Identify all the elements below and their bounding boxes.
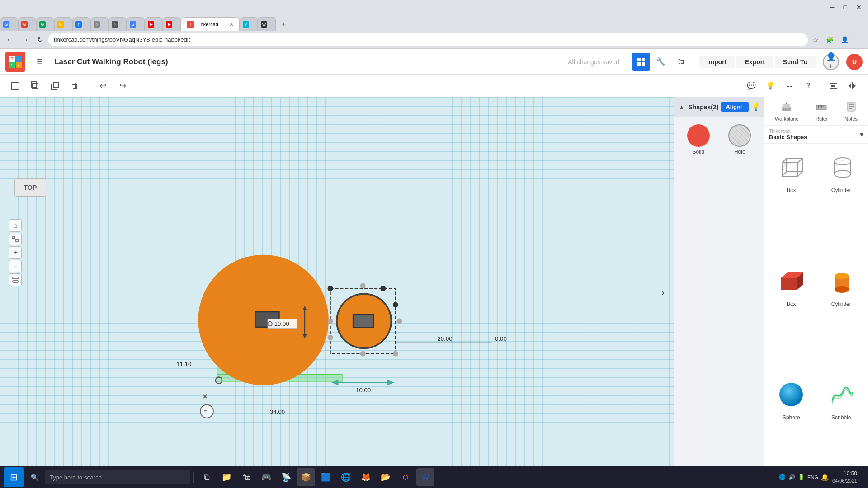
align-button[interactable]: Align L [721,102,749,112]
tab-extra2[interactable]: W [258,17,276,31]
grid-view-button[interactable] [632,53,650,71]
lightbulb-button[interactable]: 💡 [751,101,760,113]
svg-rect-21 [783,104,790,108]
taskbar-time[interactable]: 10:50 04/06/2021 [832,470,857,484]
import-button[interactable]: Import [699,56,735,68]
settings-button[interactable]: ⋮ [854,35,864,45]
back-button[interactable]: ← [4,34,16,46]
library-dropdown-button[interactable]: ▾ [860,130,863,139]
show-desktop-button[interactable] [861,468,864,486]
home-button[interactable]: ⌂ [9,219,22,232]
right-toolbar-icons: 💬 💡 🗨 ? [743,77,861,94]
taskbar-wifi[interactable]: 📡 [277,468,295,486]
workplane-item[interactable]: Workplane [775,101,798,122]
menu-button[interactable]: ☰ [31,53,49,71]
taskbar-steam[interactable]: 🎮 [257,468,275,486]
shape-item-box-solid[interactable]: Box [770,263,813,370]
sys-network-icon[interactable]: 🌐 [779,474,786,480]
maximize-btn[interactable]: □ [841,3,850,12]
solid-option[interactable]: Solid [687,124,710,155]
minimize-btn[interactable]: ─ [827,3,837,12]
tab-extra1[interactable]: M [240,17,258,31]
taskbar-chrome[interactable]: 🌐 [337,468,355,486]
taskbar-task-view[interactable]: ⧉ [198,468,216,486]
copy-button[interactable] [27,78,43,94]
refresh-button[interactable]: ↻ [34,33,46,46]
svg-rect-18 [13,277,18,279]
tab-tinkercad[interactable]: T Tinkercad ✕ [181,17,240,31]
active-tab-close[interactable]: ✕ [229,21,234,28]
undo-button[interactable]: ↩ [94,78,111,94]
tab-2[interactable]: G [18,17,36,31]
svg-rect-11 [830,88,837,89]
shape-item-box-wireframe[interactable]: Box [770,149,813,256]
tab-3[interactable]: G [36,17,54,31]
shape-item-cylinder-wireframe[interactable]: Cylinder [820,149,863,256]
message-tool-button[interactable]: 🗨 [781,77,798,94]
taskbar-word[interactable]: W [416,468,434,486]
canvas-area[interactable]: TOP ⌂ + − [0,97,674,488]
taskbar-app1[interactable]: 📦 [297,468,315,486]
expand-arrow[interactable]: › [661,287,665,299]
tab-1[interactable]: G [0,17,18,31]
align-tool-button[interactable] [825,77,842,94]
tab-7[interactable]: G [127,17,145,31]
light-tool-button[interactable]: 💡 [762,77,779,94]
duplicate-button[interactable] [47,78,63,94]
svg-point-52 [835,286,849,293]
send-to-button[interactable]: Send To [775,56,816,68]
taskbar-file-explorer[interactable]: 📁 [217,468,236,486]
delete-button[interactable]: 🗑 [67,78,83,94]
notes-item[interactable]: Notes [844,101,858,122]
tab-youtube1[interactable]: ▶ [145,17,163,31]
sys-volume-icon[interactable]: 🔊 [788,474,795,480]
taskbar-zoom[interactable]: 🟦 [317,468,335,486]
shape-item-cylinder-solid[interactable]: Cylinder [820,263,863,370]
taskbar-firefox[interactable]: 🦊 [357,468,375,486]
taskbar-store[interactable]: 🛍 [237,468,255,486]
collapse-button[interactable]: ▲ [678,102,685,113]
user-avatar[interactable]: U [846,54,863,70]
address-input[interactable] [48,33,808,46]
taskbar-sep-1 [193,472,194,483]
layers-button[interactable]: 🗂 [672,53,690,71]
export-button[interactable]: Export [736,56,773,68]
start-button[interactable]: ⊞ [4,467,24,487]
new-shape-button[interactable] [7,78,24,94]
extensions-button[interactable]: 🧩 [824,35,836,45]
taskbar-search-button[interactable]: 🔍 [25,468,43,486]
top-view-label: TOP [14,178,46,197]
close-btn[interactable]: ✕ [854,3,864,12]
forward-button[interactable]: → [19,34,32,46]
zoom-out-button[interactable]: − [9,260,22,272]
header-action-buttons: Import Export Send To [699,56,816,68]
ruler-item[interactable]: Ruler [816,101,827,122]
tab-facebook[interactable]: f [72,17,90,31]
taskbar-folder2[interactable]: 📂 [377,468,395,486]
tab-6[interactable]: ○ [108,17,127,31]
tinkercad-logo[interactable]: T I N K [5,52,25,72]
wrench-button[interactable]: 🔧 [652,53,670,71]
new-tab-button[interactable]: + [278,18,290,31]
layers-view-button[interactable] [9,273,22,286]
zoom-in-button[interactable]: + [9,246,22,259]
date-display: 04/06/2021 [832,478,857,484]
profile-button[interactable]: 👤 [839,35,851,45]
tab-youtube2[interactable]: ▶ [163,17,181,31]
taskbar-search-bar[interactable]: Type here to search [45,470,190,484]
tab-4[interactable]: G [54,17,72,31]
sys-notify-icon[interactable]: 🔔 [821,474,829,481]
bookmark-button[interactable]: ☆ [811,35,821,45]
mirror-tool-button[interactable] [844,77,861,94]
shape-label-sphere: Sphere [783,414,800,421]
hole-option[interactable]: Hole [728,124,751,155]
sys-battery-icon[interactable]: 🔋 [798,474,805,480]
add-user-button[interactable]: 👤+ [823,54,839,70]
redo-button[interactable]: ↪ [114,78,131,94]
help-tool-button[interactable]: ? [800,77,817,94]
library-brand-category: Tinkercad Basic Shapes [769,128,807,141]
fit-button[interactable] [9,233,22,245]
tab-5[interactable]: ○ [90,17,108,31]
comment-tool-button[interactable]: 💬 [743,77,760,94]
taskbar-orange-app[interactable]: ⬡ [396,468,415,486]
